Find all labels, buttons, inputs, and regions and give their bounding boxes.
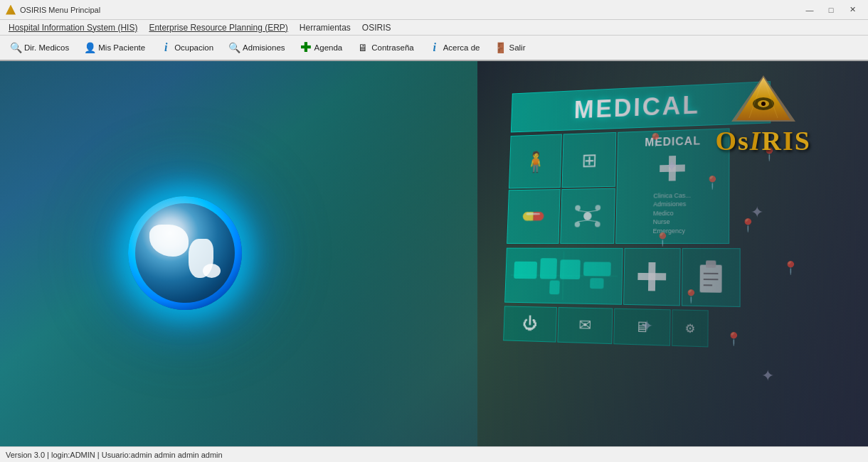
dir-medicos-label: Dir. Medicos [24, 43, 69, 52]
status-text: Version 3.0 | login:ADMIN | Usuario:admi… [6, 451, 223, 459]
patient-icon: 👤 [83, 41, 96, 54]
agenda-plus-icon: ✚ [300, 41, 312, 54]
dir-medicos-button[interactable]: 🔍 Dir. Medicos [3, 38, 75, 57]
window-title: OSIRIS Menu Principal [20, 6, 100, 14]
agenda-label: Agenda [314, 43, 343, 52]
osiris-s2: S [795, 126, 811, 156]
admisiones-search-icon: 🔍 [228, 41, 240, 54]
pin-4: 📍 [655, 232, 669, 249]
title-bar: OSIRIS Menu Principal — □ ✕ [0, 0, 868, 20]
osiris-s: s [738, 126, 750, 156]
admisiones-button[interactable]: 🔍 Admisiones [221, 38, 291, 57]
osiris-pyramid-icon [728, 72, 799, 125]
osiris-r: R [762, 126, 783, 156]
svg-point-30 [761, 102, 766, 106]
globe [128, 196, 242, 310]
osiris-o: O [715, 126, 738, 156]
pin-1: 📍 [647, 132, 662, 149]
menu-bar: Hospital Information System (HIS) Enterp… [0, 20, 868, 36]
main-content: MEDICAL 🧍 ⊞ MEDICAL [0, 61, 868, 446]
salir-label: Salir [509, 43, 525, 52]
ocupacion-button[interactable]: i Ocupacion [153, 38, 220, 57]
mis-paciente-button[interactable]: 👤 Mis Paciente [77, 38, 152, 57]
contrasena-icon: 🖥 [356, 41, 369, 54]
title-bar-left: OSIRIS Menu Principal [6, 5, 100, 15]
close-button[interactable]: ✕ [842, 3, 862, 17]
menu-osiris[interactable]: OSIRIS [356, 21, 397, 34]
admisiones-label: Admisiones [243, 43, 285, 52]
osiris-logo: OsIRIS [715, 72, 811, 156]
contrasena-label: Contraseña [371, 43, 413, 52]
pin-8: 📍 [726, 331, 740, 348]
continent-americas [149, 225, 189, 257]
status-bar: Version 3.0 | login:ADMIN | Usuario:admi… [0, 446, 868, 462]
cross-marker-4: ✦ [761, 367, 774, 385]
window-controls: — □ ✕ [800, 3, 862, 17]
acerca-de-label: Acerca de [443, 43, 480, 52]
menu-erp[interactable]: Enterprise Resource Planning (ERP) [143, 21, 293, 34]
acerca-info-icon: i [428, 41, 441, 54]
osiris-I: I [750, 126, 762, 156]
pin-6: 📍 [683, 289, 697, 306]
doctor-area [0, 61, 477, 446]
mis-paciente-label: Mis Paciente [98, 43, 145, 52]
app-icon [6, 5, 16, 15]
minimize-button[interactable]: — [800, 3, 820, 17]
cross-marker-3: ✦ [640, 317, 653, 335]
search-icon: 🔍 [9, 41, 22, 54]
pin-7: 📍 [783, 260, 797, 277]
ocupacion-label: Ocupacion [174, 43, 213, 52]
maximize-button[interactable]: □ [821, 3, 841, 17]
salir-button[interactable]: 🚪 Salir [487, 38, 531, 57]
location-pins: 📍 📍 📍 📍 📍 📍 📍 📍 ✦ ✦ ✦ ✦ [619, 118, 832, 402]
osiris-i: I [783, 126, 795, 156]
info-icon: i [159, 41, 172, 54]
continent-asia [203, 264, 221, 278]
osiris-text: OsIRIS [715, 125, 811, 156]
cross-marker-2: ✦ [751, 203, 763, 222]
pin-2: 📍 [704, 175, 719, 192]
toolbar: 🔍 Dir. Medicos 👤 Mis Paciente i Ocupacio… [0, 36, 868, 61]
cross-marker-1: ✦ [665, 157, 678, 176]
salir-icon: 🚪 [494, 41, 507, 54]
globe-inner [135, 203, 235, 303]
contrasena-button[interactable]: 🖥 Contraseña [350, 38, 420, 57]
agenda-button[interactable]: ✚ Agenda [293, 38, 349, 57]
acerca-de-button[interactable]: i Acerca de [422, 38, 487, 57]
menu-herramientas[interactable]: Herramientas [294, 21, 356, 34]
menu-his[interactable]: Hospital Information System (HIS) [3, 21, 143, 34]
